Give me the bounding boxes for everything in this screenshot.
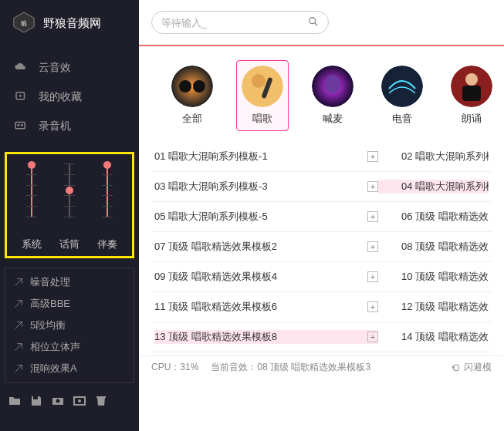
list-row: 09 顶级 唱歌精选效果模板4+ 10 顶级 唱歌精选效果 bbox=[151, 262, 492, 292]
plus-icon[interactable]: + bbox=[367, 211, 378, 222]
slider-label: 系统 bbox=[22, 237, 42, 251]
plus-icon[interactable]: + bbox=[367, 332, 378, 342]
fx-item-phase-stereo[interactable]: 相位立体声 bbox=[5, 336, 134, 358]
fx-list: 噪音处理 高级BBE 5段均衡 相位立体声 混响效果A bbox=[5, 268, 134, 383]
nav-item-cloud[interactable]: 云音效 bbox=[0, 53, 139, 82]
category-label: 唱歌 bbox=[252, 112, 272, 126]
list-row: 03 唱歌大混响系列模板-3+ 04 唱歌大混响系列模 bbox=[151, 172, 492, 202]
capture-icon[interactable] bbox=[73, 394, 86, 408]
app-title: 野狼音频网 bbox=[43, 16, 101, 31]
list-item-label: 03 唱歌大混响系列模板-3 bbox=[154, 180, 268, 194]
cpu-usage: CPU：31% bbox=[151, 361, 198, 374]
category-all[interactable]: 全部 bbox=[167, 61, 218, 130]
svg-text:狼: 狼 bbox=[21, 19, 27, 27]
fx-label: 5段均衡 bbox=[30, 318, 66, 332]
plug-icon bbox=[13, 363, 24, 374]
category-label: 喊麦 bbox=[323, 112, 343, 126]
list-item[interactable]: 02 唱歌大混响系列模 bbox=[378, 150, 489, 163]
list-item[interactable]: 09 顶级 唱歌精选效果模板4+ bbox=[154, 270, 378, 284]
search-icon[interactable] bbox=[308, 16, 319, 29]
sidebar: 狼 野狼音频网 云音效 我的收藏 录音机 bbox=[0, 0, 139, 431]
list-item-label: 02 唱歌大混响系列模 bbox=[401, 150, 489, 163]
fx-item-noise[interactable]: 噪音处理 bbox=[5, 271, 134, 293]
list-row: 05 唱歌大混响系列模板-5+ 06 顶级 唱歌精选效果 bbox=[151, 202, 492, 232]
plug-icon bbox=[13, 320, 24, 331]
slider-system[interactable] bbox=[31, 163, 32, 233]
plus-icon[interactable]: + bbox=[367, 301, 378, 312]
list-row: 11 顶级 唱歌精选效果模板6+ 12 顶级 唱歌精选效果 bbox=[151, 292, 492, 322]
fx-item-eq5[interactable]: 5段均衡 bbox=[5, 315, 134, 336]
slider-accompaniment[interactable] bbox=[107, 163, 108, 233]
refresh-icon bbox=[452, 363, 461, 372]
plus-icon[interactable]: + bbox=[367, 181, 378, 192]
trash-icon[interactable] bbox=[94, 394, 108, 408]
svg-point-16 bbox=[252, 74, 266, 88]
list-item[interactable]: 10 顶级 唱歌精选效果 bbox=[378, 270, 489, 284]
cloud-icon bbox=[14, 62, 28, 74]
categories: 全部 唱歌 喊麦 电音 朗诵 bbox=[139, 46, 504, 139]
list-item[interactable]: 14 顶级 唱歌精选效果 bbox=[378, 330, 489, 344]
list-item[interactable]: 04 唱歌大混响系列模 bbox=[378, 180, 489, 194]
list-item[interactable]: 01 唱歌大混响系列模板-1+ bbox=[154, 150, 378, 163]
list-item[interactable]: 08 顶级 唱歌精选效果 bbox=[378, 240, 489, 254]
dodge-mode[interactable]: 闪避模 bbox=[452, 361, 492, 374]
fx-item-reverb-a[interactable]: 混响效果A bbox=[5, 358, 134, 379]
slider-label: 话筒 bbox=[59, 237, 79, 251]
folder-icon[interactable] bbox=[8, 394, 22, 408]
list-item[interactable]: 07 顶级 唱歌精选效果模板2+ bbox=[154, 240, 378, 254]
svg-point-12 bbox=[171, 66, 213, 107]
plug-icon bbox=[13, 277, 24, 288]
nav-item-recorder[interactable]: 录音机 bbox=[0, 112, 139, 141]
fx-label: 高级BBE bbox=[30, 297, 70, 311]
plus-icon[interactable]: + bbox=[367, 271, 378, 282]
list-item-label: 12 顶级 唱歌精选效果 bbox=[401, 300, 489, 314]
save-icon[interactable] bbox=[29, 394, 43, 408]
list-item-label: 08 顶级 唱歌精选效果 bbox=[401, 240, 489, 254]
category-label: 全部 bbox=[182, 112, 202, 126]
list-item[interactable]: 05 唱歌大混响系列模板-5+ bbox=[154, 210, 378, 224]
slider-label: 伴奏 bbox=[97, 237, 117, 251]
list-item[interactable]: 13 顶级 唱歌精选效果模板8+ bbox=[154, 330, 378, 344]
plus-icon[interactable]: + bbox=[367, 151, 378, 162]
svg-point-22 bbox=[465, 73, 478, 86]
plug-icon bbox=[13, 298, 24, 309]
svg-point-8 bbox=[56, 399, 60, 403]
category-recite[interactable]: 朗诵 bbox=[446, 61, 497, 130]
slider-mic[interactable] bbox=[69, 163, 70, 233]
svg-point-13 bbox=[179, 80, 191, 93]
list-item[interactable]: 11 顶级 唱歌精选效果模板6+ bbox=[154, 300, 378, 314]
list-item-label: 09 顶级 唱歌精选效果模板4 bbox=[154, 270, 277, 284]
fx-label: 混响效果A bbox=[30, 362, 77, 375]
svg-point-6 bbox=[21, 124, 23, 126]
current-effect: 当前音效：08 顶级 唱歌精选效果模板3 bbox=[211, 361, 370, 374]
preset-list: 01 唱歌大混响系列模板-1+ 02 唱歌大混响系列模 03 唱歌大混响系列模板… bbox=[139, 139, 504, 355]
list-item-label: 14 顶级 唱歌精选效果 bbox=[401, 330, 489, 344]
category-sing[interactable]: 唱歌 bbox=[236, 60, 289, 131]
category-label: 朗诵 bbox=[462, 112, 482, 126]
category-label: 电音 bbox=[392, 112, 412, 126]
fx-label: 相位立体声 bbox=[30, 340, 80, 354]
svg-point-10 bbox=[78, 399, 81, 402]
list-item[interactable]: 06 顶级 唱歌精选效果 bbox=[378, 210, 489, 224]
search-input[interactable] bbox=[161, 17, 308, 29]
bookmark-icon bbox=[14, 91, 28, 103]
svg-point-11 bbox=[310, 17, 316, 23]
category-shout[interactable]: 喊麦 bbox=[307, 61, 358, 130]
camera-icon[interactable] bbox=[51, 394, 65, 408]
fx-item-bbe[interactable]: 高级BBE bbox=[5, 293, 134, 315]
list-item[interactable]: 12 顶级 唱歌精选效果 bbox=[378, 300, 489, 314]
nav-item-favorites[interactable]: 我的收藏 bbox=[0, 82, 139, 112]
sliders-panel: 系统 话筒 伴奏 bbox=[5, 152, 134, 258]
svg-point-20 bbox=[381, 66, 423, 107]
list-row: 01 唱歌大混响系列模板-1+ 02 唱歌大混响系列模 bbox=[151, 142, 492, 172]
logo-row: 狼 野狼音频网 bbox=[0, 0, 139, 47]
list-item-label: 05 唱歌大混响系列模板-5 bbox=[154, 210, 268, 224]
list-row: 07 顶级 唱歌精选效果模板2+ 08 顶级 唱歌精选效果 bbox=[151, 232, 492, 262]
list-item-label: 11 顶级 唱歌精选效果模板6 bbox=[154, 300, 277, 314]
fx-label: 噪音处理 bbox=[30, 275, 70, 289]
nav: 云音效 我的收藏 录音机 bbox=[0, 47, 139, 147]
list-item[interactable]: 03 唱歌大混响系列模板-3+ bbox=[154, 180, 378, 194]
search-box[interactable] bbox=[151, 11, 329, 34]
plus-icon[interactable]: + bbox=[367, 241, 378, 252]
category-electro[interactable]: 电音 bbox=[377, 61, 428, 130]
